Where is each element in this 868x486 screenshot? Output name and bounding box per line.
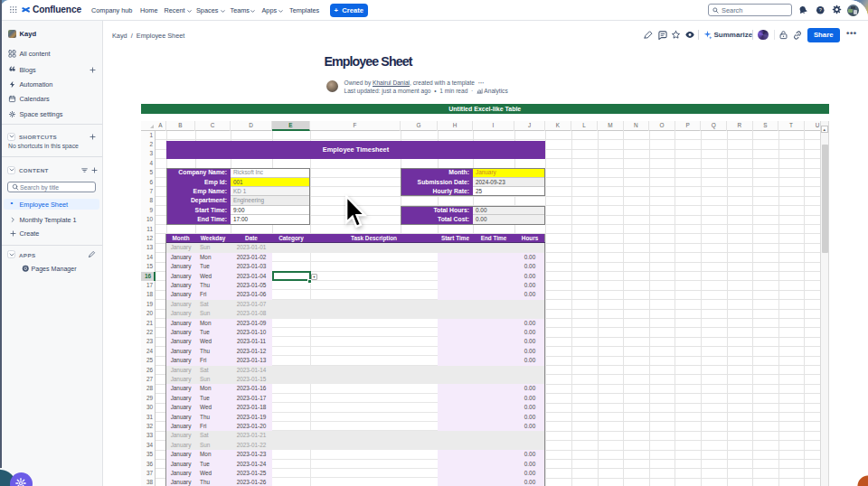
svg-text:?: ? [818, 7, 821, 13]
